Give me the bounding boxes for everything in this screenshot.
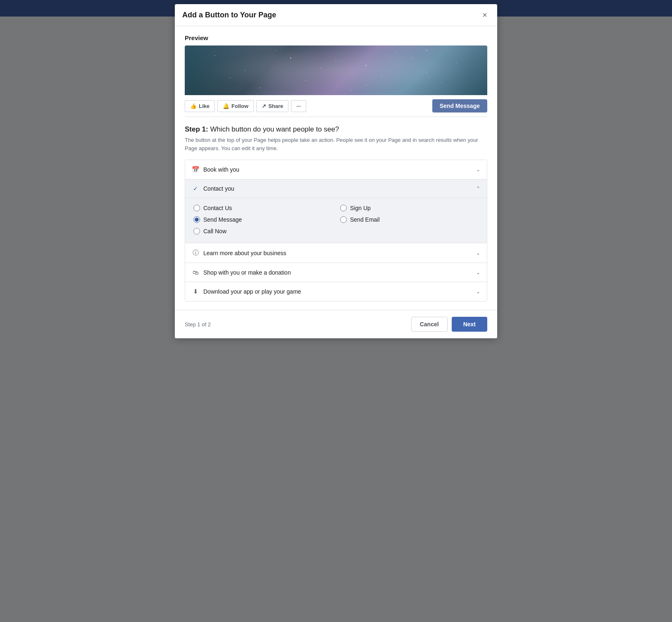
accordion-item-contact: ✓ Contact you ⌃ Contact Us S — [185, 179, 487, 243]
banner-stars — [185, 45, 487, 95]
preview-label: Preview — [185, 34, 487, 41]
chevron-up-icon-contact: ⌃ — [476, 186, 480, 191]
radio-label-send-message: Send Message — [203, 216, 242, 223]
like-label: Like — [199, 103, 210, 109]
accordion-label-book: Book with you — [203, 166, 476, 173]
chevron-down-icon-shop: ⌄ — [476, 270, 480, 275]
download-icon: ⬇ — [192, 288, 199, 295]
step-heading: Step 1: Which button do you want people … — [185, 125, 487, 134]
info-icon: ⓘ — [192, 249, 199, 257]
accordion-item-learn: ⓘ Learn more about your business ⌄ — [185, 243, 487, 263]
footer-actions: Cancel Next — [411, 317, 487, 332]
radio-contact-us[interactable] — [193, 205, 200, 211]
share-icon: ↗ — [262, 103, 266, 109]
radio-item-sign-up[interactable]: Sign Up — [340, 205, 479, 211]
accordion-item-shop: 🛍 Shop with you or make a donation ⌄ — [185, 263, 487, 282]
chevron-down-icon-download: ⌄ — [476, 289, 480, 294]
radio-label-call-now: Call Now — [203, 228, 226, 234]
modal-overlay: Add a Button to Your Page × Preview 👍 Li… — [0, 0, 672, 622]
check-icon-contact: ✓ — [192, 185, 199, 192]
radio-sign-up[interactable] — [340, 205, 347, 211]
radio-send-email[interactable] — [340, 216, 347, 223]
chevron-down-icon-learn: ⌄ — [476, 250, 480, 256]
button-type-accordion: 📅 Book with you ⌄ ✓ Contact you ⌃ — [185, 160, 487, 301]
accordion-label-contact: Contact you — [203, 185, 476, 192]
close-button[interactable]: × — [480, 10, 490, 20]
more-button[interactable]: ··· — [291, 100, 306, 112]
accordion-item-book: 📅 Book with you ⌄ — [185, 160, 487, 179]
radio-item-send-message[interactable]: Send Message — [193, 216, 332, 223]
more-label: ··· — [296, 103, 301, 109]
accordion-header-book[interactable]: 📅 Book with you ⌄ — [185, 160, 487, 179]
step-indicator: Step 1 of 2 — [185, 321, 211, 328]
thumbs-up-icon: 👍 — [190, 103, 197, 109]
accordion-header-download[interactable]: ⬇ Download your app or play your game ⌄ — [185, 282, 487, 301]
accordion-label-download: Download your app or play your game — [203, 288, 476, 295]
share-label: Share — [268, 103, 283, 109]
modal-title: Add a Button to Your Page — [182, 11, 276, 19]
follow-icon: 🔔 — [223, 103, 229, 109]
follow-label: Follow — [231, 103, 248, 109]
radio-item-contact-us[interactable]: Contact Us — [193, 205, 332, 211]
accordion-label-shop: Shop with you or make a donation — [203, 269, 476, 276]
radio-item-send-email[interactable]: Send Email — [340, 216, 479, 223]
page-action-bar: 👍 Like 🔔 Follow ↗ Share ··· Send Message — [185, 95, 487, 117]
modal-header: Add a Button to Your Page × — [175, 4, 497, 26]
step-heading-rest: Which button do you want people to see? — [208, 125, 339, 133]
bag-icon: 🛍 — [192, 269, 199, 276]
accordion-header-contact[interactable]: ✓ Contact you ⌃ — [185, 179, 487, 198]
preview-banner — [185, 45, 487, 95]
accordion-header-shop[interactable]: 🛍 Shop with you or make a donation ⌄ — [185, 263, 487, 282]
share-button[interactable]: ↗ Share — [256, 100, 288, 112]
radio-item-call-now[interactable]: Call Now — [193, 228, 332, 234]
step-heading-bold: Step 1: — [185, 125, 208, 133]
radio-label-contact-us: Contact Us — [203, 205, 232, 211]
contact-options-grid: Contact Us Sign Up Send Message — [193, 205, 479, 234]
radio-call-now[interactable] — [193, 228, 200, 234]
cancel-button[interactable]: Cancel — [411, 317, 448, 332]
radio-label-sign-up: Sign Up — [350, 205, 371, 211]
like-button[interactable]: 👍 Like — [185, 100, 215, 112]
modal-body: Preview 👍 Like 🔔 Follow ↗ Share — [175, 26, 497, 310]
modal-dialog: Add a Button to Your Page × Preview 👍 Li… — [175, 4, 497, 338]
next-button[interactable]: Next — [452, 317, 487, 332]
modal-footer: Step 1 of 2 Cancel Next — [175, 310, 497, 338]
calendar-icon: 📅 — [192, 166, 199, 173]
step-description: The button at the top of your Page helps… — [185, 136, 487, 152]
contact-panel: Contact Us Sign Up Send Message — [185, 198, 487, 243]
accordion-header-learn[interactable]: ⓘ Learn more about your business ⌄ — [185, 243, 487, 263]
accordion-item-download: ⬇ Download your app or play your game ⌄ — [185, 282, 487, 301]
chevron-down-icon-book: ⌄ — [476, 167, 480, 172]
follow-button[interactable]: 🔔 Follow — [217, 100, 254, 112]
accordion-label-learn: Learn more about your business — [203, 250, 476, 256]
radio-send-message[interactable] — [193, 216, 200, 223]
radio-label-send-email: Send Email — [350, 216, 380, 223]
send-message-preview-button[interactable]: Send Message — [432, 99, 487, 112]
